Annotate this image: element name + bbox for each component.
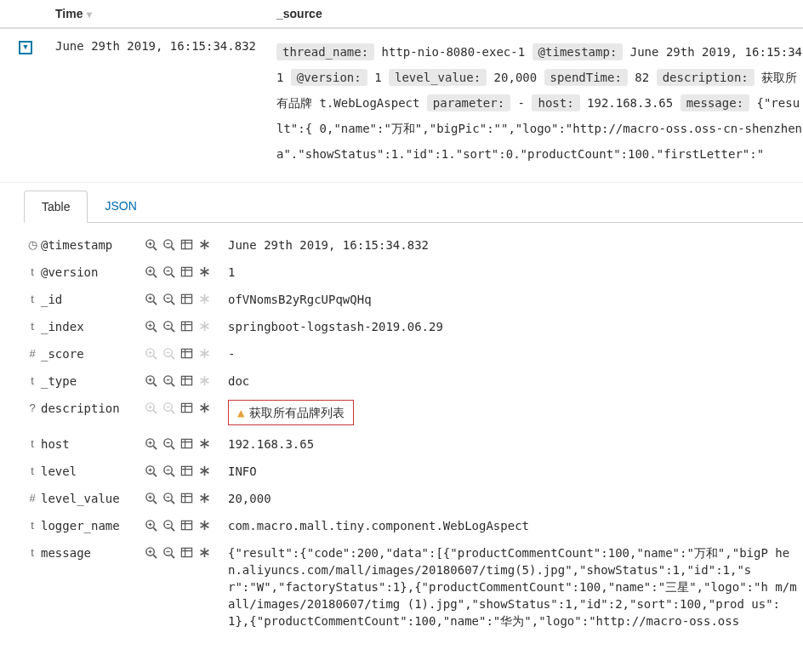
- field-name: logger_name: [41, 517, 145, 534]
- filter-for-value-icon[interactable]: [145, 320, 157, 333]
- filter-for-value-icon[interactable]: [145, 238, 157, 251]
- field-row: thost192.168.3.65: [24, 430, 803, 458]
- filter-for-value-icon[interactable]: [145, 347, 157, 360]
- field-name: _score: [41, 345, 145, 362]
- field-name: host: [41, 436, 145, 453]
- field-actions: [145, 373, 228, 387]
- filter-out-value-icon[interactable]: [162, 464, 175, 477]
- toggle-column-icon[interactable]: [180, 546, 193, 559]
- filter-for-value-icon[interactable]: [145, 546, 157, 559]
- field-actions: [145, 318, 228, 333]
- toggle-column-icon[interactable]: [180, 401, 193, 414]
- field-type-icon: t: [24, 544, 41, 561]
- filter-out-value-icon[interactable]: [162, 519, 175, 532]
- field-actions: [145, 517, 228, 532]
- filter-out-value-icon[interactable]: [162, 492, 175, 504]
- filter-for-value-icon[interactable]: [145, 492, 157, 504]
- field-row: t_indexspringboot-logstash-2019.06.29: [24, 313, 803, 340]
- toggle-column-icon[interactable]: [180, 347, 193, 360]
- field-value: ofVNomsB2yRgcUPqwQHq: [228, 293, 372, 306]
- filter-out-value-icon[interactable]: [162, 238, 175, 251]
- field-badge: message:: [681, 94, 749, 111]
- field-badge: host:: [532, 94, 579, 111]
- filter-exists-icon[interactable]: [198, 519, 211, 532]
- column-header-time[interactable]: Time▼: [38, 7, 276, 20]
- toggle-column-icon[interactable]: [180, 492, 193, 504]
- tab-table[interactable]: Table: [24, 191, 88, 223]
- filter-for-value-icon[interactable]: [145, 374, 157, 387]
- filter-out-value-icon[interactable]: [162, 265, 175, 278]
- warning-icon: ▲: [237, 406, 244, 419]
- field-actions: [145, 400, 228, 414]
- field-badge: @version:: [291, 69, 367, 86]
- filter-out-value-icon[interactable]: [162, 320, 175, 333]
- field-name: _type: [41, 373, 145, 390]
- field-type-icon: ?: [24, 400, 41, 417]
- toggle-column-icon[interactable]: [180, 437, 193, 450]
- field-type-icon: t: [24, 291, 41, 308]
- field-value: INFO: [228, 464, 257, 478]
- filter-for-value-icon[interactable]: [145, 464, 157, 477]
- toggle-column-icon[interactable]: [180, 464, 193, 477]
- field-type-icon: t: [24, 264, 41, 281]
- toggle-column-icon[interactable]: [180, 320, 193, 333]
- filter-exists-icon[interactable]: [198, 437, 211, 450]
- field-type-icon: ◷: [24, 236, 41, 253]
- filter-out-value-icon[interactable]: [162, 293, 175, 305]
- filter-exists-icon[interactable]: [198, 374, 211, 387]
- field-type-icon: t: [24, 436, 41, 453]
- filter-for-value-icon[interactable]: [145, 293, 157, 305]
- filter-exists-icon[interactable]: [198, 401, 211, 414]
- filter-out-value-icon[interactable]: [162, 437, 175, 450]
- toggle-column-icon[interactable]: [180, 265, 193, 278]
- doc-time-value: June 29th 2019, 16:15:34.832: [38, 39, 276, 167]
- field-actions: [145, 236, 228, 251]
- filter-exists-icon[interactable]: [198, 347, 211, 360]
- toggle-column-icon[interactable]: [180, 293, 193, 305]
- field-value: -: [228, 347, 235, 361]
- field-name: @timestamp: [41, 236, 145, 253]
- field-type-icon: t: [24, 463, 41, 480]
- filter-for-value-icon[interactable]: [145, 265, 157, 278]
- field-value: springboot-logstash-2019.06.29: [228, 320, 443, 333]
- clock-icon: ◷: [28, 238, 37, 251]
- field-actions: [145, 544, 228, 559]
- toggle-column-icon[interactable]: [180, 519, 193, 532]
- field-name: _id: [41, 291, 145, 308]
- field-row: #_score -: [24, 340, 803, 367]
- filter-out-value-icon[interactable]: [162, 401, 175, 414]
- filter-for-value-icon[interactable]: [145, 401, 157, 414]
- field-value: doc: [228, 374, 249, 388]
- field-name: description: [41, 400, 145, 417]
- toggle-column-icon[interactable]: [180, 374, 193, 387]
- toggle-column-icon[interactable]: [180, 238, 193, 251]
- field-row: ?description▲获取所有品牌列表: [24, 395, 803, 430]
- filter-out-value-icon[interactable]: [162, 347, 175, 360]
- filter-exists-icon[interactable]: [198, 265, 211, 278]
- filter-for-value-icon[interactable]: [145, 519, 157, 532]
- filter-exists-icon[interactable]: [198, 238, 211, 251]
- filter-out-value-icon[interactable]: [162, 546, 175, 559]
- field-row: t_idofVNomsB2yRgcUPqwQHq: [24, 286, 803, 313]
- filter-exists-icon[interactable]: [198, 546, 211, 559]
- field-row: t@version1: [24, 259, 803, 286]
- tab-json[interactable]: JSON: [88, 191, 153, 223]
- field-actions: [145, 264, 228, 278]
- field-actions: [145, 436, 228, 450]
- filter-for-value-icon[interactable]: [145, 437, 157, 450]
- filter-exists-icon[interactable]: [198, 492, 211, 504]
- field-value: June 29th 2019, 16:15:34.832: [228, 238, 429, 252]
- field-row: #level_value20,000: [24, 485, 803, 512]
- field-badge: parameter:: [427, 94, 510, 111]
- field-badge: thread_name:: [276, 43, 374, 60]
- filter-exists-icon[interactable]: [198, 320, 211, 333]
- field-badge: level_value:: [389, 69, 487, 86]
- filter-exists-icon[interactable]: [198, 464, 211, 477]
- filter-out-value-icon[interactable]: [162, 374, 175, 387]
- filter-exists-icon[interactable]: [198, 293, 211, 305]
- field-badge: @timestamp:: [532, 43, 624, 60]
- field-actions: [145, 490, 228, 504]
- column-header-source[interactable]: _source: [276, 7, 803, 20]
- expand-toggle-button[interactable]: ▼: [19, 41, 32, 54]
- field-name: message: [41, 544, 145, 561]
